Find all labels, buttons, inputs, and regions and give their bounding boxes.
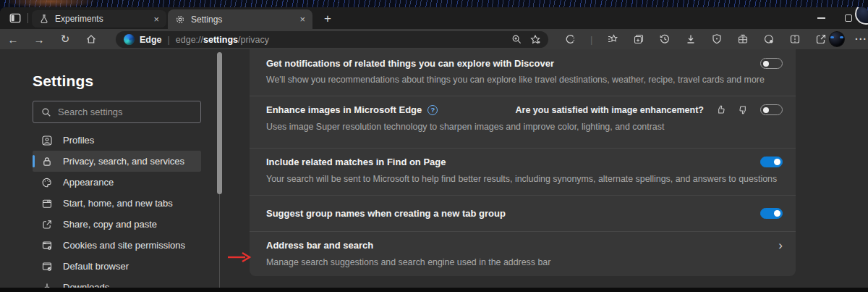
sidebar-item-label: Appearance <box>63 177 114 188</box>
close-tab-icon[interactable]: × <box>153 14 159 25</box>
setting-description: Uses image Super resolution technology t… <box>266 122 783 132</box>
profile-avatar[interactable] <box>829 31 845 47</box>
history-icon[interactable] <box>659 33 671 45</box>
discover-notifications-toggle[interactable] <box>760 58 783 69</box>
toggle-knob <box>774 159 780 165</box>
thumbs-down-icon[interactable] <box>738 104 749 115</box>
tab-experiments[interactable]: Experiments × <box>32 10 166 28</box>
sidebar-item-label: Share, copy and paste <box>63 219 157 230</box>
toolbar-icon-group: | <box>564 29 827 49</box>
downloads-icon[interactable] <box>685 33 697 45</box>
annotation-arrow <box>226 251 252 264</box>
sidebar-item-label: Cookies and site permissions <box>63 240 185 251</box>
gear-icon <box>175 14 185 25</box>
site-permissions-icon <box>41 240 53 251</box>
url-path: /privacy <box>238 35 269 45</box>
url-scheme: edge:// <box>176 35 203 45</box>
setting-description: Manage search suggestions and search eng… <box>266 257 783 267</box>
browser-essentials-icon[interactable] <box>564 33 576 45</box>
browser-check-icon <box>41 261 53 272</box>
forward-button[interactable]: → <box>26 33 52 46</box>
share-icon <box>41 219 53 230</box>
setting-title: Include related matches in Find on Page <box>266 157 446 167</box>
toggle-knob <box>774 210 780 217</box>
settings-card: Get notifications of related things you … <box>250 49 796 276</box>
sidebar-item-label: Profiles <box>63 135 94 146</box>
sidebar-item-appearance[interactable]: Appearance <box>33 172 201 193</box>
close-tab-icon[interactable]: × <box>299 14 305 25</box>
shield-icon[interactable] <box>711 33 723 45</box>
split-screen-icon[interactable] <box>789 33 801 45</box>
share-icon[interactable] <box>815 33 827 45</box>
enhance-images-toggle[interactable] <box>760 104 783 115</box>
setting-title: Address bar and search <box>266 240 373 251</box>
maximize-icon <box>845 14 852 22</box>
tab-strip: Experiments × Settings × + <box>0 7 868 29</box>
tab-label: Settings <box>191 14 222 25</box>
edge-logo-icon <box>124 34 135 45</box>
sidebar-item-profiles[interactable]: Profiles <box>33 130 201 151</box>
setting-row-discover-notifications: Get notifications of related things you … <box>250 49 796 96</box>
tab-strip-separator <box>27 13 28 23</box>
apps-icon[interactable] <box>737 33 749 45</box>
sidebar-item-label: Start, home, and new tabs <box>63 198 173 209</box>
url-host: settings <box>203 35 238 45</box>
window-tabs-icon <box>41 198 53 209</box>
toolbar-separator: | <box>590 34 592 45</box>
sidebar-item-cookies-permissions[interactable]: Cookies and site permissions <box>33 235 201 256</box>
sidebar-item-default-browser[interactable]: Default browser <box>33 256 201 277</box>
beaker-icon <box>39 14 49 24</box>
settings-nav: Profiles Privacy, search, and services <box>33 130 201 292</box>
page-title: Settings <box>33 72 93 90</box>
setting-description: Your search will be sent to Microsoft to… <box>266 174 783 184</box>
search-settings-input[interactable]: Search settings <box>33 101 201 123</box>
home-button[interactable] <box>78 33 104 45</box>
site-brand-label: Edge <box>140 35 162 45</box>
address-divider: | <box>168 35 170 45</box>
find-on-page-toggle[interactable] <box>760 157 783 167</box>
toggle-knob <box>763 61 769 67</box>
palette-icon <box>41 177 53 188</box>
sidebar-item-label: Privacy, search, and services <box>63 156 184 167</box>
browser-window: Experiments × Settings × + ← → ↻ <box>0 7 868 292</box>
setting-title: Get notifications of related things you … <box>266 58 554 69</box>
setting-row-suggest-group-names: Suggest group names when creating a new … <box>250 196 796 232</box>
tab-label: Experiments <box>55 14 103 24</box>
chevron-right-icon: › <box>778 239 783 251</box>
scrollbar-thumb[interactable] <box>217 52 222 194</box>
navigation-toolbar: ← → ↻ Edge | edge://settings/privacy <box>0 29 868 49</box>
web-capture-icon[interactable] <box>763 33 775 45</box>
setting-row-find-on-page: Include related matches in Find on Page … <box>250 149 796 196</box>
tab-settings[interactable]: Settings × <box>168 9 312 29</box>
sidebar-item-start-home[interactable]: Start, home, and new tabs <box>33 193 201 214</box>
setting-description: We'll show you recommendations about thi… <box>266 75 783 85</box>
workspaces-icon[interactable] <box>9 12 22 25</box>
lock-icon <box>41 156 53 167</box>
feedback-question: Are you satisfied with image enhancement… <box>516 105 704 115</box>
setting-row-enhance-images: Enhance images in Microsoft Edge ? Are y… <box>250 96 796 149</box>
search-icon <box>41 107 51 117</box>
favorites-icon[interactable] <box>607 33 618 45</box>
zoom-icon[interactable] <box>511 34 522 45</box>
setting-title: Enhance images in Microsoft Edge <box>266 104 422 115</box>
minimize-button[interactable] <box>807 7 835 29</box>
sidebar-item-label: Default browser <box>63 261 129 272</box>
setting-row-address-bar-search[interactable]: Address bar and search › Manage search s… <box>250 232 796 276</box>
new-tab-button[interactable]: + <box>320 11 336 27</box>
suggest-group-names-toggle[interactable] <box>760 208 783 219</box>
collections-icon[interactable] <box>633 33 644 45</box>
toggle-knob <box>763 107 769 113</box>
add-favorite-icon[interactable] <box>529 34 541 46</box>
minimize-icon <box>817 17 825 19</box>
window-bottom-edge <box>0 288 868 292</box>
help-icon[interactable]: ? <box>427 105 438 115</box>
sidebar-item-share-copy-paste[interactable]: Share, copy and paste <box>33 214 201 235</box>
person-icon <box>41 135 53 146</box>
address-bar[interactable]: Edge | edge://settings/privacy <box>116 31 548 48</box>
settings-page: Settings Search settings Profiles <box>0 49 868 288</box>
back-button[interactable]: ← <box>0 33 26 46</box>
sidebar-item-privacy[interactable]: Privacy, search, and services <box>33 151 201 172</box>
thumbs-up-icon[interactable] <box>715 104 726 115</box>
more-menu-button[interactable]: ··· <box>855 29 867 49</box>
refresh-button[interactable]: ↻ <box>52 33 78 46</box>
